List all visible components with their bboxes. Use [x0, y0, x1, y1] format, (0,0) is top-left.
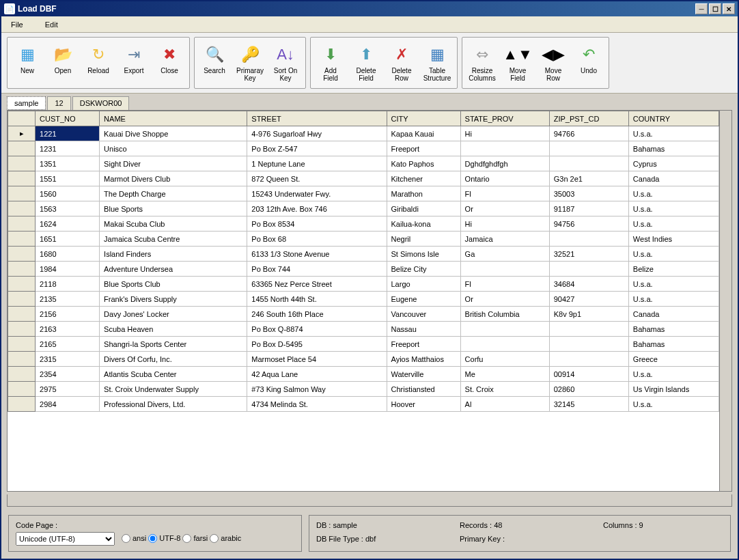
cell[interactable]: Ontario [460, 171, 549, 186]
cell[interactable]: Freeport [387, 141, 460, 156]
row-header[interactable] [8, 292, 36, 307]
cell[interactable]: Kailua-kona [387, 216, 460, 232]
row-header[interactable] [8, 171, 36, 186]
row-header[interactable] [8, 367, 36, 382]
cell[interactable]: Davy Jones' Locker [100, 307, 247, 322]
cell[interactable]: 1351 [36, 156, 100, 171]
cell[interactable]: K8v 9p1 [549, 307, 628, 322]
table-row[interactable]: 1231UniscoPo Box Z-547FreeportBahamas [8, 141, 719, 156]
cell[interactable] [460, 262, 549, 277]
cell[interactable]: U.s.a. [628, 216, 719, 232]
cell[interactable]: Jamaica [460, 232, 549, 247]
row-header[interactable] [8, 352, 36, 367]
cell[interactable]: U.s.a. [628, 186, 719, 201]
cell[interactable]: Largo [387, 277, 460, 292]
row-header[interactable] [8, 232, 36, 247]
cell[interactable]: U.s.a. [628, 126, 719, 141]
row-header[interactable] [8, 262, 36, 277]
horizontal-scrollbar[interactable] [7, 494, 732, 507]
cell[interactable]: 246 South 16th Place [247, 307, 387, 322]
row-header[interactable] [8, 247, 36, 262]
cell[interactable]: Blue Sports [100, 201, 247, 216]
minimize-button[interactable]: ─ [695, 3, 708, 14]
column-header[interactable]: COUNTRY [628, 111, 719, 126]
cell[interactable] [549, 352, 628, 367]
cell[interactable]: 4734 Melinda St. [247, 397, 387, 412]
table-row[interactable]: 2165Shangri-la Sports CenterPo Box D-549… [8, 337, 719, 352]
cell[interactable]: Kapaa Kauai [387, 126, 460, 141]
cell[interactable]: Giribaldi [387, 201, 460, 216]
cell[interactable]: 42 Aqua Lane [247, 367, 387, 382]
cell[interactable]: 203 12th Ave. Box 746 [247, 201, 387, 216]
cell[interactable] [460, 337, 549, 352]
cell[interactable]: 2163 [36, 322, 100, 337]
cell[interactable]: British Columbia [460, 307, 549, 322]
cell[interactable]: Kauai Dive Shoppe [100, 126, 247, 141]
cell[interactable] [549, 156, 628, 171]
tab-sample[interactable]: sample [7, 96, 46, 110]
undo-button[interactable]: ↶Undo [572, 42, 606, 84]
cell[interactable]: Hoover [387, 397, 460, 412]
row-header[interactable] [8, 141, 36, 156]
cell[interactable]: Freeport [387, 337, 460, 352]
cell[interactable]: Greece [628, 352, 719, 367]
cell[interactable]: St. Croix Underwater Supply [100, 382, 247, 397]
table-row[interactable]: 2118Blue Sports Club63365 Nez Perce Stre… [8, 277, 719, 292]
row-header[interactable] [8, 277, 36, 292]
table-row[interactable]: 2156Davy Jones' Locker246 South 16th Pla… [8, 307, 719, 322]
cell[interactable]: Us Virgin Islands [628, 382, 719, 397]
column-header[interactable]: CUST_NO [36, 111, 100, 126]
row-header[interactable] [8, 322, 36, 337]
cell[interactable]: Eugene [387, 292, 460, 307]
delrow-button[interactable]: ✗Delete Row [385, 42, 419, 84]
cell[interactable]: 1680 [36, 247, 100, 262]
cell[interactable]: Or [460, 292, 549, 307]
row-header[interactable] [8, 397, 36, 412]
column-header[interactable]: NAME [100, 111, 247, 126]
table-row[interactable]: 1651Jamaica Scuba CentrePo Box 68NegrilJ… [8, 232, 719, 247]
encoding-radio-farsi[interactable]: farsi [182, 534, 208, 543]
row-header[interactable] [8, 201, 36, 216]
tab-12[interactable]: 12 [47, 96, 70, 110]
cell[interactable]: 91187 [549, 201, 628, 216]
row-header[interactable] [8, 156, 36, 171]
cell[interactable]: Island Finders [100, 247, 247, 262]
row-header[interactable] [8, 186, 36, 201]
cell[interactable]: Belize City [387, 262, 460, 277]
menu-file[interactable]: File [7, 19, 27, 30]
table-row[interactable]: 2354Atlantis Scuba Center42 Aqua LaneWat… [8, 367, 719, 382]
movefield-button[interactable]: ▲▼Move Field [501, 42, 535, 84]
cell[interactable]: Po Box D-5495 [247, 337, 387, 352]
addfield-button[interactable]: ⬇Add Field [313, 42, 348, 84]
cell[interactable] [549, 232, 628, 247]
data-grid[interactable]: CUST_NONAMESTREETCITYSTATE_PROVZIP_PST_C… [7, 110, 732, 492]
cell[interactable] [460, 141, 549, 156]
cell[interactable]: Christiansted [387, 382, 460, 397]
column-header[interactable]: STATE_PROV [460, 111, 549, 126]
cell[interactable]: #73 King Salmon Way [247, 382, 387, 397]
cell[interactable] [460, 322, 549, 337]
cell[interactable]: Marmoset Place 54 [247, 352, 387, 367]
cell[interactable]: Po Box 744 [247, 262, 387, 277]
row-header[interactable] [8, 307, 36, 322]
table-row[interactable]: 2984Professional Divers, Ltd.4734 Melind… [8, 397, 719, 412]
export-button[interactable]: ⇥Export [117, 42, 151, 84]
cell[interactable]: Or [460, 201, 549, 216]
close-button[interactable]: ✕ [723, 3, 735, 14]
cell[interactable]: U.s.a. [628, 367, 719, 382]
cell[interactable]: Sight Diver [100, 156, 247, 171]
table-row[interactable]: ▸1221Kauai Dive Shoppe4-976 Sugarloaf Hw… [8, 126, 719, 141]
cell[interactable]: 1624 [36, 216, 100, 232]
cell[interactable]: 2156 [36, 307, 100, 322]
table-row[interactable]: 1680Island Finders6133 1/3 Stone AvenueS… [8, 247, 719, 262]
cell[interactable]: Negril [387, 232, 460, 247]
cell[interactable] [549, 141, 628, 156]
cell[interactable]: Jamaica Scuba Centre [100, 232, 247, 247]
cell[interactable]: Unisco [100, 141, 247, 156]
cell[interactable]: Frank's Divers Supply [100, 292, 247, 307]
cell[interactable]: Makai Scuba Club [100, 216, 247, 232]
cell[interactable]: Ayios Matthaios [387, 352, 460, 367]
corner-header[interactable] [8, 111, 36, 126]
row-header[interactable] [8, 216, 36, 232]
cell[interactable]: 34684 [549, 277, 628, 292]
